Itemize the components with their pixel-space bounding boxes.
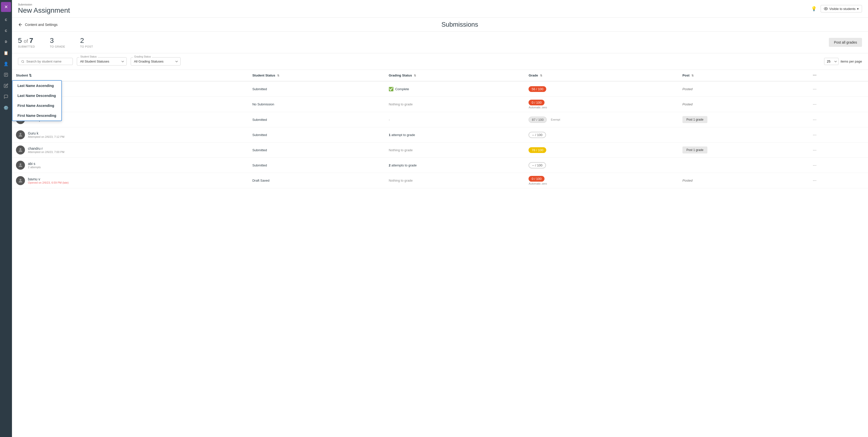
avatar bbox=[16, 145, 25, 155]
svg-point-6 bbox=[22, 60, 24, 62]
post-cell bbox=[678, 158, 807, 173]
visible-to-students-button[interactable]: Visible to students ▾ bbox=[820, 5, 862, 12]
main-content: Submission New Assignment 💡 Visible to s… bbox=[12, 0, 868, 437]
student-status-select[interactable]: All Student Statuses bbox=[77, 57, 127, 66]
sidebar-icon-grades[interactable] bbox=[1, 70, 11, 80]
student-cell-3[interactable]: Guru k Attempted on 2/6/23, 7:12 PM bbox=[12, 127, 248, 142]
sort-last-name-asc[interactable]: Last Name Ascending bbox=[12, 81, 61, 91]
student-status-cell: No Submission bbox=[248, 97, 385, 112]
table-row: abi s 2 attempts Submitted2 attempts to … bbox=[12, 158, 868, 173]
items-per-page-select[interactable]: 25 50 100 bbox=[824, 58, 839, 65]
student-cell-4[interactable]: chandru r Attempted on 2/6/23, 7:00 PM bbox=[12, 142, 248, 158]
post-cell: Posted bbox=[678, 81, 807, 97]
grading-status-cell: Nothing to grade bbox=[384, 97, 525, 112]
nothing-to-grade: Nothing to grade bbox=[389, 179, 412, 182]
search-input[interactable] bbox=[26, 60, 70, 63]
grading-status-column-header[interactable]: Grading Status ⇅ bbox=[384, 70, 525, 81]
row-more-options[interactable]: ··· bbox=[811, 162, 818, 169]
grade-cell: 0 / 100Automatic zero bbox=[525, 173, 678, 188]
post-grade-button[interactable]: Post 1 grade bbox=[682, 146, 707, 154]
user-icon bbox=[18, 162, 23, 168]
sidebar-icon-c1[interactable]: C bbox=[1, 15, 11, 25]
sort-first-name-desc[interactable]: First Name Descending bbox=[12, 111, 61, 121]
post-sort-icon: ⇅ bbox=[691, 74, 694, 77]
header-right: 💡 Visible to students ▾ bbox=[811, 5, 862, 12]
items-per-page-wrap: 25 50 100 items per page bbox=[824, 58, 862, 65]
table-row: bavnu v Opened on 2/6/23, 6:59 PM (late)… bbox=[12, 173, 868, 188]
actions-cell[interactable]: ··· bbox=[807, 142, 868, 158]
actions-cell[interactable]: ··· bbox=[807, 81, 868, 97]
row-more-options[interactable]: ··· bbox=[811, 131, 818, 138]
grade-cell: -- / 100 bbox=[525, 158, 678, 173]
post-grade-button[interactable]: Post 1 grade bbox=[682, 116, 707, 123]
sidebar-icon-pencil[interactable] bbox=[1, 81, 11, 91]
submissions-title: Submissions bbox=[58, 21, 862, 28]
student-status-column-header[interactable]: Student Status ⇅ bbox=[248, 70, 385, 81]
actions-cell[interactable]: ··· bbox=[807, 112, 868, 127]
student-status-cell: Submitted bbox=[248, 127, 385, 142]
student-status-cell: Submitted bbox=[248, 158, 385, 173]
grade-badge: 0 / 100 bbox=[529, 100, 545, 105]
grading-status-cell: 1 attempt to grade bbox=[384, 127, 525, 142]
avatar bbox=[16, 161, 25, 170]
auto-zero-label: Automatic zero bbox=[529, 182, 675, 185]
grading-status-select[interactable]: All Grading Statuses bbox=[131, 57, 181, 66]
nothing-to-grade: Nothing to grade bbox=[389, 102, 412, 106]
student-info: bavnu v Opened on 2/6/23, 6:59 PM (late) bbox=[28, 177, 69, 184]
sidebar-icon-settings[interactable]: ⚙️ bbox=[1, 103, 11, 112]
back-button[interactable]: Content and Settings bbox=[18, 22, 58, 27]
actions-cell[interactable]: ··· bbox=[807, 127, 868, 142]
sidebar-icon-people[interactable]: 👤 bbox=[1, 59, 11, 69]
sidebar-icon-chat[interactable] bbox=[1, 92, 11, 102]
sort-last-name-desc[interactable]: Last Name Descending bbox=[12, 91, 61, 101]
sidebar-close-button[interactable]: ✕ bbox=[1, 2, 11, 12]
student-status-text: Submitted bbox=[252, 133, 267, 137]
row-more-options[interactable]: ··· bbox=[811, 101, 818, 108]
post-all-grades-button[interactable]: Post all grades bbox=[829, 38, 862, 47]
submitted-label: SUBMITTED bbox=[18, 45, 35, 48]
post-cell[interactable]: Post 1 grade bbox=[678, 112, 807, 127]
grading-status-cell: - bbox=[384, 112, 525, 127]
student-status-cell: Submitted bbox=[248, 142, 385, 158]
attempts-to-grade: 1 attempt to grade bbox=[389, 133, 415, 137]
svg-point-13 bbox=[20, 163, 21, 165]
student-cell-6[interactable]: bavnu v Opened on 2/6/23, 6:59 PM (late) bbox=[12, 173, 248, 188]
sidebar-icon-submissions[interactable]: 📋 bbox=[1, 48, 11, 58]
table-header-row: Student ⇅ Last Name Ascending Last Name … bbox=[12, 70, 868, 81]
actions-cell[interactable]: ··· bbox=[807, 173, 868, 188]
student-sort-dropdown: Last Name Ascending Last Name Descending… bbox=[12, 80, 62, 121]
grade-column-header[interactable]: Grade ⇅ bbox=[525, 70, 678, 81]
svg-point-11 bbox=[20, 133, 21, 135]
post-cell[interactable]: Post 1 grade bbox=[678, 142, 807, 158]
student-status-text: Submitted bbox=[252, 163, 267, 167]
grading-complete: ✅Complete bbox=[389, 87, 521, 92]
grade-badge: -- / 100 bbox=[529, 132, 546, 138]
row-more-options[interactable]: ··· bbox=[811, 177, 818, 184]
row-more-options[interactable]: ··· bbox=[811, 146, 818, 154]
eye-icon bbox=[824, 7, 828, 11]
sort-first-name-asc[interactable]: First Name Ascending bbox=[12, 101, 61, 111]
student-name: chandru r bbox=[28, 146, 64, 150]
grading-status-cell: ✅Complete bbox=[384, 81, 525, 97]
student-column-header[interactable]: Student ⇅ Last Name Ascending Last Name … bbox=[12, 70, 248, 81]
post-cell bbox=[678, 127, 807, 142]
grade-badge: 0 / 100 bbox=[529, 176, 545, 181]
student-status-cell: Submitted bbox=[248, 81, 385, 97]
row-more-options[interactable]: ··· bbox=[811, 116, 818, 123]
to-post-stat: 2 TO POST bbox=[80, 37, 93, 48]
sidebar-icon-c2[interactable]: C bbox=[1, 26, 11, 36]
row-more-options[interactable]: ··· bbox=[811, 86, 818, 93]
back-label: Content and Settings bbox=[25, 23, 58, 27]
sidebar-icon-d[interactable]: D bbox=[1, 37, 11, 47]
student-cell-5[interactable]: abi s 2 attempts bbox=[12, 158, 248, 173]
more-options-icon[interactable]: ··· bbox=[811, 72, 818, 79]
table-row: Submitted✅Complete56 / 100Posted··· bbox=[12, 81, 868, 97]
actions-cell[interactable]: ··· bbox=[807, 97, 868, 112]
student-meta: Attempted on 2/6/23, 7:00 PM bbox=[28, 150, 64, 154]
grade-cell: 87 / 100Exempt bbox=[525, 112, 678, 127]
avatar bbox=[16, 130, 25, 139]
submitted-stat: 5 of 7 SUBMITTED bbox=[18, 37, 35, 48]
actions-cell[interactable]: ··· bbox=[807, 158, 868, 173]
post-column-header[interactable]: Post ⇅ bbox=[678, 70, 807, 81]
lightbulb-icon[interactable]: 💡 bbox=[811, 6, 817, 11]
